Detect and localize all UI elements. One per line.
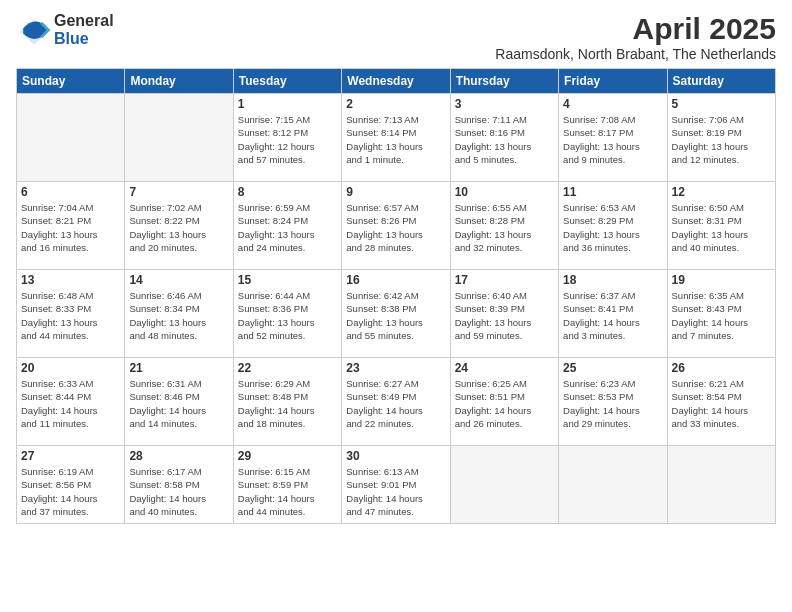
cal-cell-28: 28Sunrise: 6:17 AM Sunset: 8:58 PM Dayli… [125,446,233,524]
week-row-1: 1Sunrise: 7:15 AM Sunset: 8:12 PM Daylig… [17,94,776,182]
cell-sun-info: Sunrise: 6:29 AM Sunset: 8:48 PM Dayligh… [238,377,337,430]
cell-sun-info: Sunrise: 6:42 AM Sunset: 8:38 PM Dayligh… [346,289,445,342]
cell-sun-info: Sunrise: 6:48 AM Sunset: 8:33 PM Dayligh… [21,289,120,342]
cal-cell-5: 5Sunrise: 7:06 AM Sunset: 8:19 PM Daylig… [667,94,775,182]
day-number: 14 [129,273,228,287]
cal-cell-3: 3Sunrise: 7:11 AM Sunset: 8:16 PM Daylig… [450,94,558,182]
main-title: April 2025 [495,12,776,46]
cell-sun-info: Sunrise: 6:59 AM Sunset: 8:24 PM Dayligh… [238,201,337,254]
logo-blue-text: Blue [54,30,114,48]
day-number: 10 [455,185,554,199]
cal-cell-23: 23Sunrise: 6:27 AM Sunset: 8:49 PM Dayli… [342,358,450,446]
page: General Blue April 2025 Raamsdonk, North… [0,0,792,612]
cell-sun-info: Sunrise: 6:21 AM Sunset: 8:54 PM Dayligh… [672,377,771,430]
day-number: 11 [563,185,662,199]
cell-sun-info: Sunrise: 6:17 AM Sunset: 8:58 PM Dayligh… [129,465,228,518]
cell-sun-info: Sunrise: 6:40 AM Sunset: 8:39 PM Dayligh… [455,289,554,342]
cell-sun-info: Sunrise: 7:04 AM Sunset: 8:21 PM Dayligh… [21,201,120,254]
week-row-5: 27Sunrise: 6:19 AM Sunset: 8:56 PM Dayli… [17,446,776,524]
day-number: 28 [129,449,228,463]
cal-cell-12: 12Sunrise: 6:50 AM Sunset: 8:31 PM Dayli… [667,182,775,270]
cell-sun-info: Sunrise: 6:50 AM Sunset: 8:31 PM Dayligh… [672,201,771,254]
cal-cell-17: 17Sunrise: 6:40 AM Sunset: 8:39 PM Dayli… [450,270,558,358]
day-number: 19 [672,273,771,287]
cal-cell-20: 20Sunrise: 6:33 AM Sunset: 8:44 PM Dayli… [17,358,125,446]
week-row-3: 13Sunrise: 6:48 AM Sunset: 8:33 PM Dayli… [17,270,776,358]
day-number: 20 [21,361,120,375]
week-row-4: 20Sunrise: 6:33 AM Sunset: 8:44 PM Dayli… [17,358,776,446]
cell-sun-info: Sunrise: 6:19 AM Sunset: 8:56 PM Dayligh… [21,465,120,518]
cal-cell-empty-4-5 [559,446,667,524]
week-row-2: 6Sunrise: 7:04 AM Sunset: 8:21 PM Daylig… [17,182,776,270]
cell-sun-info: Sunrise: 6:15 AM Sunset: 8:59 PM Dayligh… [238,465,337,518]
cell-sun-info: Sunrise: 7:06 AM Sunset: 8:19 PM Dayligh… [672,113,771,166]
cal-cell-25: 25Sunrise: 6:23 AM Sunset: 8:53 PM Dayli… [559,358,667,446]
day-number: 25 [563,361,662,375]
cell-sun-info: Sunrise: 6:57 AM Sunset: 8:26 PM Dayligh… [346,201,445,254]
logo: General Blue [16,12,114,48]
cal-cell-11: 11Sunrise: 6:53 AM Sunset: 8:29 PM Dayli… [559,182,667,270]
cal-cell-1: 1Sunrise: 7:15 AM Sunset: 8:12 PM Daylig… [233,94,341,182]
cal-cell-9: 9Sunrise: 6:57 AM Sunset: 8:26 PM Daylig… [342,182,450,270]
cal-cell-empty-0-1 [125,94,233,182]
day-number: 15 [238,273,337,287]
cal-cell-14: 14Sunrise: 6:46 AM Sunset: 8:34 PM Dayli… [125,270,233,358]
cal-cell-2: 2Sunrise: 7:13 AM Sunset: 8:14 PM Daylig… [342,94,450,182]
cal-cell-13: 13Sunrise: 6:48 AM Sunset: 8:33 PM Dayli… [17,270,125,358]
cell-sun-info: Sunrise: 6:44 AM Sunset: 8:36 PM Dayligh… [238,289,337,342]
cal-cell-26: 26Sunrise: 6:21 AM Sunset: 8:54 PM Dayli… [667,358,775,446]
day-number: 30 [346,449,445,463]
day-number: 21 [129,361,228,375]
day-number: 23 [346,361,445,375]
calendar-table: SundayMondayTuesdayWednesdayThursdayFrid… [16,68,776,524]
col-header-thursday: Thursday [450,69,558,94]
cal-cell-18: 18Sunrise: 6:37 AM Sunset: 8:41 PM Dayli… [559,270,667,358]
cell-sun-info: Sunrise: 6:33 AM Sunset: 8:44 PM Dayligh… [21,377,120,430]
cell-sun-info: Sunrise: 6:53 AM Sunset: 8:29 PM Dayligh… [563,201,662,254]
cal-cell-10: 10Sunrise: 6:55 AM Sunset: 8:28 PM Dayli… [450,182,558,270]
cal-cell-6: 6Sunrise: 7:04 AM Sunset: 8:21 PM Daylig… [17,182,125,270]
logo-icon [16,12,52,48]
cell-sun-info: Sunrise: 7:15 AM Sunset: 8:12 PM Dayligh… [238,113,337,166]
cell-sun-info: Sunrise: 7:11 AM Sunset: 8:16 PM Dayligh… [455,113,554,166]
cell-sun-info: Sunrise: 6:23 AM Sunset: 8:53 PM Dayligh… [563,377,662,430]
cal-cell-15: 15Sunrise: 6:44 AM Sunset: 8:36 PM Dayli… [233,270,341,358]
day-number: 16 [346,273,445,287]
col-header-saturday: Saturday [667,69,775,94]
cal-cell-29: 29Sunrise: 6:15 AM Sunset: 8:59 PM Dayli… [233,446,341,524]
day-number: 18 [563,273,662,287]
cell-sun-info: Sunrise: 6:31 AM Sunset: 8:46 PM Dayligh… [129,377,228,430]
cell-sun-info: Sunrise: 6:25 AM Sunset: 8:51 PM Dayligh… [455,377,554,430]
logo-general-text: General [54,12,114,30]
col-header-friday: Friday [559,69,667,94]
day-number: 4 [563,97,662,111]
day-number: 24 [455,361,554,375]
cal-cell-30: 30Sunrise: 6:13 AM Sunset: 9:01 PM Dayli… [342,446,450,524]
day-number: 2 [346,97,445,111]
day-number: 17 [455,273,554,287]
cal-cell-22: 22Sunrise: 6:29 AM Sunset: 8:48 PM Dayli… [233,358,341,446]
day-number: 12 [672,185,771,199]
cal-cell-7: 7Sunrise: 7:02 AM Sunset: 8:22 PM Daylig… [125,182,233,270]
day-number: 8 [238,185,337,199]
cell-sun-info: Sunrise: 7:13 AM Sunset: 8:14 PM Dayligh… [346,113,445,166]
title-block: April 2025 Raamsdonk, North Brabant, The… [495,12,776,62]
cell-sun-info: Sunrise: 6:37 AM Sunset: 8:41 PM Dayligh… [563,289,662,342]
cal-cell-21: 21Sunrise: 6:31 AM Sunset: 8:46 PM Dayli… [125,358,233,446]
subtitle: Raamsdonk, North Brabant, The Netherland… [495,46,776,62]
col-header-wednesday: Wednesday [342,69,450,94]
cal-cell-24: 24Sunrise: 6:25 AM Sunset: 8:51 PM Dayli… [450,358,558,446]
day-number: 13 [21,273,120,287]
cal-cell-16: 16Sunrise: 6:42 AM Sunset: 8:38 PM Dayli… [342,270,450,358]
day-number: 22 [238,361,337,375]
day-number: 6 [21,185,120,199]
cal-cell-empty-4-4 [450,446,558,524]
header: General Blue April 2025 Raamsdonk, North… [16,12,776,62]
day-number: 29 [238,449,337,463]
cell-sun-info: Sunrise: 6:55 AM Sunset: 8:28 PM Dayligh… [455,201,554,254]
day-number: 5 [672,97,771,111]
cal-cell-4: 4Sunrise: 7:08 AM Sunset: 8:17 PM Daylig… [559,94,667,182]
day-number: 3 [455,97,554,111]
cell-sun-info: Sunrise: 6:27 AM Sunset: 8:49 PM Dayligh… [346,377,445,430]
day-number: 7 [129,185,228,199]
